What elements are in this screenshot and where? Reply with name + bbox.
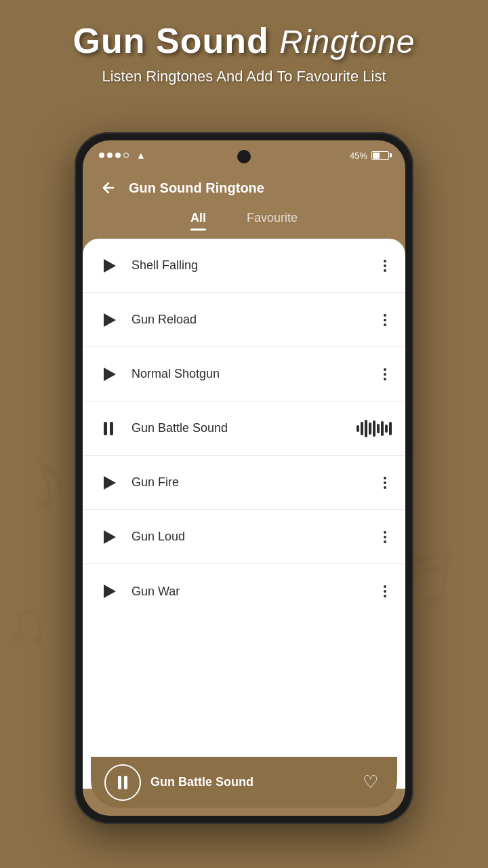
play-icon-3 — [104, 368, 116, 381]
tab-favourite[interactable]: Favourite — [247, 211, 298, 231]
play-button-1[interactable] — [96, 254, 121, 278]
signal-dot-3 — [115, 153, 121, 158]
pause-icon-4 — [104, 422, 113, 435]
list-item[interactable]: Gun War — [83, 564, 405, 618]
play-icon-2 — [104, 313, 116, 327]
content-area: Shell Falling Gun Reload — [83, 239, 405, 789]
pause-button-4[interactable] — [96, 416, 121, 441]
svg-text:♫: ♫ — [0, 587, 54, 661]
app-subtitle: Listen Ringtones And Add To Favourite Li… — [27, 66, 461, 87]
signal-dots — [99, 153, 129, 158]
list-item[interactable]: Gun Reload — [83, 293, 405, 347]
more-button-2[interactable] — [378, 309, 392, 332]
signal-dot-4 — [123, 153, 129, 158]
status-right: 45% — [350, 151, 389, 161]
toolbar: Gun Sound Ringtone — [83, 165, 405, 207]
play-icon-6 — [104, 530, 116, 544]
track-name-7: Gun War — [131, 585, 378, 599]
more-button-6[interactable] — [378, 526, 392, 549]
more-button-5[interactable] — [378, 471, 392, 494]
track-name-5: Gun Fire — [131, 475, 378, 490]
track-name-6: Gun Loud — [131, 530, 378, 544]
bottom-player: Gun Battle Sound ♡ — [91, 757, 397, 808]
player-pause-icon — [118, 776, 127, 789]
play-icon-7 — [104, 585, 116, 598]
play-button-2[interactable] — [96, 308, 121, 332]
back-button[interactable] — [96, 176, 121, 200]
camera-notch — [237, 150, 251, 163]
phone-frame: ▲ 45% Gun Sound Ringtone All — [75, 132, 413, 824]
more-button-3[interactable] — [378, 363, 392, 386]
waveform-icon — [357, 419, 392, 438]
signal-dot-1 — [99, 153, 104, 158]
list-item[interactable]: Shell Falling — [83, 239, 405, 293]
play-icon-5 — [104, 476, 116, 490]
play-button-5[interactable] — [96, 471, 121, 495]
battery-icon — [371, 151, 389, 160]
play-button-3[interactable] — [96, 362, 121, 387]
play-button-7[interactable] — [96, 579, 121, 604]
battery-fill — [373, 153, 380, 159]
list-item[interactable]: Gun Fire — [83, 456, 405, 510]
app-title: Gun Sound Ringtone — [27, 20, 461, 61]
toolbar-title: Gun Sound Ringtone — [129, 180, 264, 196]
tab-all[interactable]: All — [190, 211, 206, 231]
svg-text:♪: ♪ — [8, 420, 81, 536]
track-name-1: Shell Falling — [131, 258, 378, 273]
track-name-2: Gun Reload — [131, 313, 378, 327]
battery-percent: 45% — [350, 151, 367, 161]
list-item[interactable]: Gun Loud — [83, 510, 405, 564]
signal-dot-2 — [107, 153, 113, 158]
play-icon-1 — [104, 259, 116, 273]
ringtone-list-container: Shell Falling Gun Reload — [83, 239, 405, 618]
play-button-6[interactable] — [96, 525, 121, 549]
player-icon-button[interactable] — [104, 764, 141, 801]
phone-screen: ▲ 45% Gun Sound Ringtone All — [83, 140, 405, 816]
favourite-button[interactable]: ♡ — [357, 769, 384, 796]
list-item[interactable]: Gun Battle Sound — [83, 401, 405, 456]
list-item[interactable]: Normal Shotgun — [83, 347, 405, 401]
more-button-1[interactable] — [378, 254, 392, 277]
more-button-7[interactable] — [378, 580, 392, 603]
wifi-icon: ▲ — [136, 150, 146, 161]
app-header: Gun Sound Ringtone Listen Ringtones And … — [0, 0, 488, 101]
track-name-3: Normal Shotgun — [131, 367, 378, 381]
tab-bar: All Favourite — [83, 207, 405, 231]
heart-icon: ♡ — [363, 772, 378, 793]
ringtone-list: Shell Falling Gun Reload — [83, 239, 405, 618]
player-track-name: Gun Battle Sound — [150, 775, 347, 789]
track-name-4: Gun Battle Sound — [131, 421, 357, 435]
